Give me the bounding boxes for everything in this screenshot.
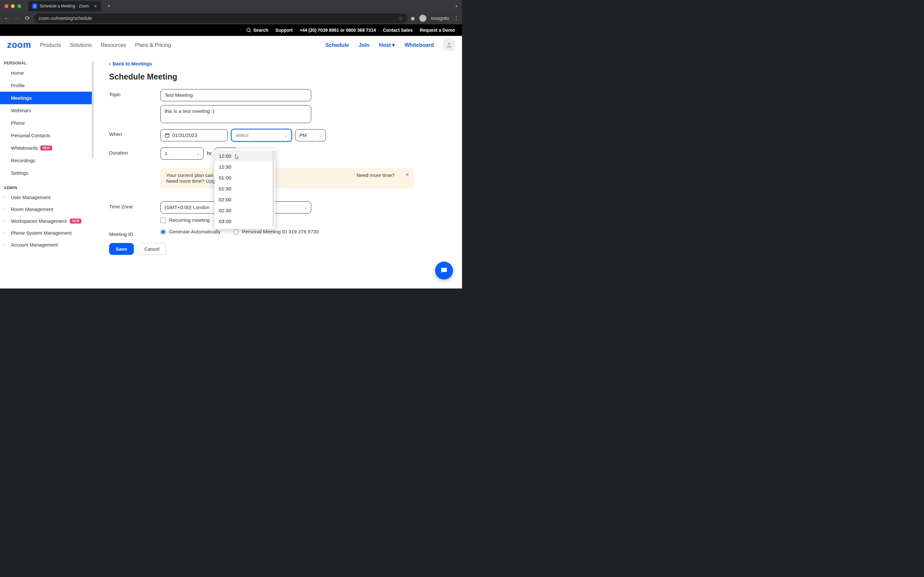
incognito-icon[interactable] (419, 15, 426, 22)
forward-button[interactable]: → (13, 15, 21, 22)
search-icon (246, 27, 252, 33)
back-button[interactable]: ← (3, 15, 10, 22)
cancel-button[interactable]: Cancel (137, 243, 166, 255)
chevron-down-icon: ⌄ (284, 133, 288, 137)
nav-plans-pricing[interactable]: Plans & Pricing (135, 42, 171, 48)
sidebar-item-recordings[interactable]: Recordings (0, 154, 93, 167)
sidebar-item-whiteboards[interactable]: Whiteboards NEW (0, 142, 93, 154)
nav-products[interactable]: Products (40, 42, 61, 48)
nav-resources[interactable]: Resources (101, 42, 126, 48)
zoom-logo[interactable]: zoom (7, 40, 31, 50)
address-bar[interactable]: zoom.us/meeting/schedule ☆ (34, 13, 407, 23)
chevron-right-icon: › (4, 195, 8, 199)
close-window-button[interactable] (5, 4, 8, 8)
schedule-link[interactable]: Schedule (325, 42, 349, 48)
join-link[interactable]: Join (359, 42, 370, 48)
chevron-left-icon: ‹ (109, 61, 111, 66)
label-timezone: Time Zone (109, 201, 154, 210)
ampm-value: PM (299, 132, 307, 138)
row-duration: Duration 1 ⌄ hr 0 (109, 147, 449, 160)
save-button[interactable]: Save (109, 243, 134, 255)
admin-item-account-management[interactable]: ›Account Management (0, 239, 93, 251)
mid-personal-radio[interactable]: Personal Meeting ID 319 276 9730 (233, 229, 319, 235)
admin-item-workspaces-management[interactable]: ›Workspaces ManagementNEW (0, 215, 93, 227)
contact-sales-link[interactable]: Contact Sales (383, 27, 413, 33)
browser-tab[interactable]: Z Schedule a Meeting - Zoom ✕ (28, 1, 101, 11)
mid-personal-input[interactable] (233, 229, 239, 235)
banner-text-right: Need more time? (357, 172, 395, 178)
whiteboard-link[interactable]: Whiteboard (405, 42, 434, 48)
sidebar: PERSONAL Home Profile Meetings Webinars … (0, 54, 93, 288)
banner-text-line2: Need more time? (166, 178, 206, 184)
new-badge: NEW (70, 219, 81, 223)
sidebar-item-home[interactable]: Home (0, 67, 93, 79)
chevron-right-icon: › (4, 243, 8, 247)
admin-item-user-management[interactable]: ›User Management (0, 191, 93, 203)
label-meeting-id: Meeting ID (109, 229, 154, 237)
mid-auto-input[interactable] (160, 229, 166, 235)
row-meeting-id: Meeting ID Generate Automatically Person… (109, 229, 449, 237)
sidebar-item-profile[interactable]: Profile (0, 79, 93, 92)
mid-auto-radio[interactable]: Generate Automatically (160, 229, 220, 235)
time-placeholder: select (236, 132, 249, 138)
sidebar-item-webinars[interactable]: Webinars (0, 104, 93, 117)
time-option[interactable]: 01:00 (214, 172, 275, 183)
extensions-icon[interactable]: ▣ (411, 16, 415, 21)
sidebar-item-label: Phone System Management (11, 230, 71, 235)
close-tab-icon[interactable]: ✕ (94, 4, 97, 9)
url-text: zoom.us/meeting/schedule (39, 16, 92, 21)
duration-hr-select[interactable]: 1 ⌄ (160, 147, 204, 160)
time-option[interactable]: 12:30 (214, 161, 275, 172)
search-link[interactable]: Search (246, 27, 268, 33)
sidebar-item-label: Personal Contacts (11, 133, 50, 138)
back-label: Back to Meetings (113, 61, 152, 66)
time-option[interactable]: 12:00 (214, 151, 275, 161)
description-input[interactable]: this is a test meeting :) (160, 105, 311, 123)
time-select[interactable]: select ⌄ (231, 129, 292, 142)
browser-menu-icon[interactable]: ⋮ (454, 15, 459, 21)
minimize-window-button[interactable] (11, 4, 15, 8)
host-menu[interactable]: Host ▾ (379, 42, 395, 48)
chat-fab[interactable] (435, 261, 453, 279)
svg-line-1 (250, 31, 250, 32)
recurring-label: Recurring meeting (169, 218, 210, 223)
support-link[interactable]: Support (275, 27, 292, 33)
new-tab-button[interactable]: + (107, 3, 111, 10)
time-option[interactable]: 03:00 (214, 216, 275, 227)
sidebar-item-label: Recordings (11, 158, 35, 163)
time-option[interactable]: 02:00 (214, 194, 275, 205)
date-picker[interactable]: 01/31/2023 (160, 129, 228, 141)
maximize-window-button[interactable] (17, 4, 21, 8)
reload-button[interactable]: ⟳ (24, 15, 31, 22)
sidebar-item-personal-contacts[interactable]: Personal Contacts (0, 129, 93, 142)
admin-item-room-management[interactable]: ›Room Management (0, 203, 93, 215)
chevron-down-icon: ▾ (392, 42, 395, 48)
time-dropdown[interactable]: 12:00 12:30 01:00 01:30 02:00 02:30 03:0… (214, 149, 275, 229)
hr-unit-label: hr (207, 151, 212, 156)
sidebar-item-settings[interactable]: Settings (0, 167, 93, 179)
toolbar-right: ▣ Incognito ⋮ (411, 15, 459, 22)
bookmark-icon[interactable]: ☆ (399, 16, 403, 21)
dropdown-scrollbar[interactable] (272, 151, 274, 227)
back-to-meetings-link[interactable]: ‹ Back to Meetings (109, 61, 449, 66)
topic-input[interactable] (160, 89, 311, 101)
sidebar-item-meetings[interactable]: Meetings (0, 92, 93, 104)
mid-auto-label: Generate Automatically (169, 229, 220, 235)
request-demo-link[interactable]: Request a Demo (420, 27, 455, 33)
sidebar-item-label: User Management (11, 195, 50, 200)
label-when: When (109, 129, 154, 137)
time-option[interactable]: 01:30 (214, 183, 275, 194)
duration-hr-value: 1 (165, 151, 168, 156)
sidebar-item-phone[interactable]: Phone (0, 117, 93, 129)
nav-solutions[interactable]: Solutions (70, 42, 92, 48)
tabs-menu-icon[interactable]: ▾ (456, 4, 457, 8)
time-option[interactable]: 02:30 (214, 205, 275, 216)
sidebar-item-label: Phone (11, 120, 25, 126)
close-banner-icon[interactable]: ✕ (405, 172, 409, 177)
ampm-select[interactable]: PM ⌄ (295, 129, 326, 141)
site-header: zoom Products Solutions Resources Plans … (0, 36, 462, 54)
person-icon (446, 41, 453, 48)
admin-item-phone-system-management[interactable]: ›Phone System Management (0, 227, 93, 239)
profile-avatar[interactable] (443, 39, 455, 51)
recurring-checkbox-input[interactable] (160, 218, 166, 223)
